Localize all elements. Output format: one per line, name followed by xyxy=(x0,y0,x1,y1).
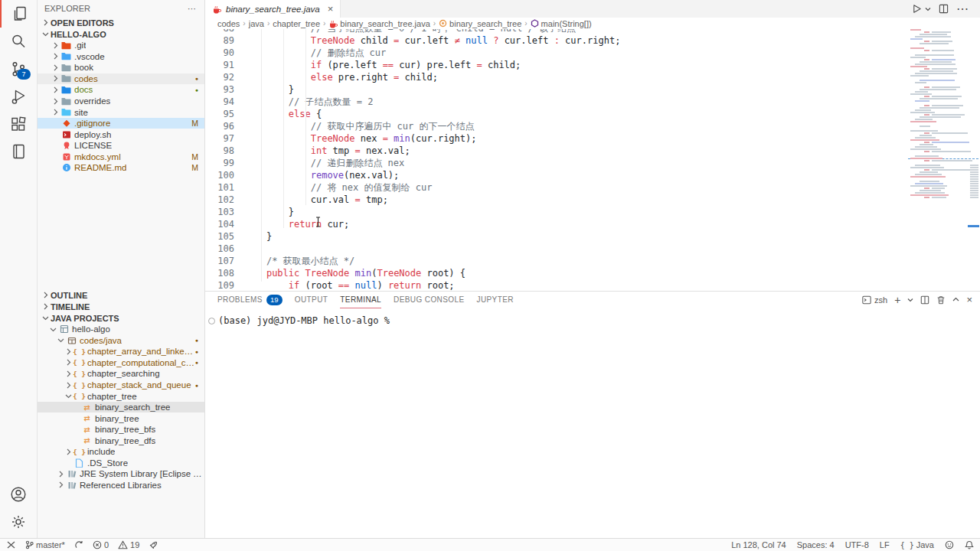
files-icon[interactable] xyxy=(0,0,38,28)
code-line-95[interactable]: 95 else { xyxy=(205,108,908,120)
tree-item-git[interactable]: .git xyxy=(37,40,204,51)
notebook-icon[interactable] xyxy=(0,138,37,165)
terminal-prompt[interactable]: (base) jyd@JYD-MBP hello-algo % xyxy=(218,315,980,326)
tree-item-book[interactable]: book xyxy=(37,62,204,73)
tree-item-chapter-tree[interactable]: { }chapter_tree xyxy=(37,390,204,402)
breadcrumb-java[interactable]: java xyxy=(249,19,264,28)
status-error[interactable]: 0 xyxy=(93,539,109,551)
breadcrumb-main-string[interactable]: main(String[]) xyxy=(531,19,592,28)
tree-item-binary-tree[interactable]: ⇄binary_tree xyxy=(37,412,204,424)
settings-icon[interactable] xyxy=(0,508,37,536)
more-actions-icon[interactable]: ⋯ xyxy=(956,2,969,16)
panel-tab-terminal[interactable]: TERMINAL xyxy=(340,292,381,308)
code-line-93[interactable]: 93 } xyxy=(205,83,908,96)
tab-binary-search-tree[interactable]: binary_search_tree.java × xyxy=(205,0,341,18)
close-panel-icon[interactable]: × xyxy=(966,294,972,305)
tree-item-deploy-sh[interactable]: deploy.sh xyxy=(37,129,204,140)
run-button[interactable] xyxy=(912,4,922,14)
tree-item-codes[interactable]: codes● xyxy=(37,73,204,85)
source-control-icon[interactable]: 7 xyxy=(0,55,37,83)
tree-item-license[interactable]: LICENSE xyxy=(37,140,204,152)
status-indentation[interactable]: Spaces: 4 xyxy=(797,539,835,551)
status-language-mode[interactable]: { }Java xyxy=(900,539,934,551)
tree-item-binary-tree-bfs[interactable]: ⇄binary_tree_bfs xyxy=(37,424,204,435)
code-line-106[interactable]: 106 xyxy=(205,243,908,255)
section-outline[interactable]: OUTLINE xyxy=(37,289,204,301)
code-editor[interactable]: 88 // 当子结点数量 = 0 / 1 时， child = null / 该… xyxy=(205,29,908,291)
account-icon[interactable] xyxy=(0,481,37,508)
section-timeline[interactable]: TIMELINE xyxy=(37,301,204,312)
close-icon[interactable]: × xyxy=(328,3,334,15)
minimap[interactable] xyxy=(908,29,966,282)
tree-item-binary-search-tree[interactable]: ⇄binary_search_tree xyxy=(37,402,204,413)
code-line-94[interactable]: 94 // 子结点数量 = 2 xyxy=(205,96,908,108)
maximize-panel-icon[interactable] xyxy=(952,296,959,303)
code-line-101[interactable]: 101 // 将 nex 的值复制给 cur xyxy=(205,181,908,194)
tree-item-codes-java[interactable]: codes/java● xyxy=(37,335,204,347)
terminal-shell-item[interactable]: zsh xyxy=(862,295,887,305)
chevron-down-icon[interactable] xyxy=(56,337,66,344)
chevron-right-icon[interactable] xyxy=(51,64,60,71)
tree-item-overrides[interactable]: overrides xyxy=(37,96,204,107)
panel-tab-output[interactable]: OUTPUT xyxy=(295,292,328,308)
panel-tab-jupyter[interactable]: JUPYTER xyxy=(477,292,514,308)
tree-item-site[interactable]: site xyxy=(37,106,204,118)
section-java-projects[interactable]: JAVA PROJECTS xyxy=(37,312,204,324)
status-notifications[interactable] xyxy=(965,539,974,551)
status-rocket[interactable] xyxy=(149,539,158,551)
tree-item-chapter-searching[interactable]: { }chapter_searching xyxy=(37,368,204,380)
status-warning[interactable]: 19 xyxy=(118,539,139,551)
tree-item-chapter-stack-and-queue[interactable]: { }chapter_stack_and_queue● xyxy=(37,380,204,391)
status-branch[interactable]: master* xyxy=(25,539,65,551)
tree-item-referenced-libraries[interactable]: Referenced Libraries xyxy=(37,480,204,491)
code-line-108[interactable]: 108 public TreeNode min(TreeNode root) { xyxy=(205,267,908,279)
code-line-88[interactable]: 88 // 当子结点数量 = 0 / 1 时， child = null / 该… xyxy=(205,29,908,34)
tree-item-jre-system-library-eclipse-temurin-17-17[interactable]: JRE System Library [Eclipse Temurin 17 [… xyxy=(37,468,204,480)
chevron-right-icon[interactable] xyxy=(51,53,60,60)
code-line-97[interactable]: 97 TreeNode nex = min(cur.right); xyxy=(205,132,908,145)
code-line-100[interactable]: 100 remove(nex.val); xyxy=(205,169,908,181)
more-actions-icon[interactable]: ⋯ xyxy=(188,4,197,14)
chevron-down-icon[interactable] xyxy=(48,326,58,333)
chevron-right-icon[interactable] xyxy=(51,86,60,93)
breadcrumb-binary-search-tree[interactable]: binary_search_tree xyxy=(439,19,521,28)
tree-item-ds-store[interactable]: .DS_Store xyxy=(37,458,204,469)
code-line-105[interactable]: 105 } xyxy=(205,230,908,243)
kill-terminal-button[interactable] xyxy=(936,295,946,305)
tree-item-readme-md[interactable]: README.mdM xyxy=(37,162,204,174)
chevron-right-icon[interactable] xyxy=(51,42,60,49)
code-line-107[interactable]: 107 /* 获取最小结点 */ xyxy=(205,255,908,267)
code-line-98[interactable]: 98 int tmp = nex.val; xyxy=(205,145,908,157)
terminal-dropdown-icon[interactable] xyxy=(907,297,913,303)
tree-item-mkdocs-yml[interactable]: mkdocs.ymlM xyxy=(37,151,204,162)
code-line-104[interactable]: 104 return cur; xyxy=(205,218,908,230)
overview-ruler[interactable] xyxy=(966,29,980,291)
section-root-folder[interactable]: HELLO-ALGO xyxy=(37,28,204,40)
tree-item-chapter-computational-complexity[interactable]: { }chapter_computational_complexity● xyxy=(37,357,204,369)
section-open-editors[interactable]: OPEN EDITORS xyxy=(37,17,204,28)
split-editor-button[interactable] xyxy=(939,4,949,14)
tree-item-include[interactable]: { }include xyxy=(37,446,204,458)
tree-item-hello-algo[interactable]: hello-algo xyxy=(37,324,204,335)
status-sync[interactable] xyxy=(74,539,83,551)
code-line-99[interactable]: 99 // 递归删除结点 nex xyxy=(205,157,908,169)
tree-item-docs[interactable]: docs● xyxy=(37,84,204,96)
code-line-109[interactable]: 109 if (root == null) return root; xyxy=(205,279,908,291)
tree-item-binary-tree-dfs[interactable]: ⇄binary_tree_dfs xyxy=(37,435,204,446)
tree-item-gitignore[interactable]: .gitignoreM xyxy=(37,118,204,129)
chevron-down-icon[interactable] xyxy=(925,6,931,12)
status-remote[interactable] xyxy=(6,539,16,551)
status-eol[interactable]: LF xyxy=(880,539,890,551)
tree-item-vscode[interactable]: .vscode xyxy=(37,51,204,63)
chevron-right-icon[interactable] xyxy=(51,98,60,105)
search-icon[interactable] xyxy=(0,28,37,55)
breadcrumb-binary-search-tree-java[interactable]: binary_search_tree.java xyxy=(328,19,430,28)
status-feedback[interactable] xyxy=(945,539,954,551)
code-line-89[interactable]: 89 TreeNode child = cur.left ≠ null ? cu… xyxy=(205,34,908,47)
status-encoding[interactable]: UTF-8 xyxy=(845,539,869,551)
panel-tab-problems[interactable]: PROBLEMS19 xyxy=(217,292,283,308)
new-terminal-button[interactable]: + xyxy=(894,296,900,304)
tree-item-chapter-array-and-linkedlist[interactable]: { }chapter_array_and_linkedlist● xyxy=(37,346,204,357)
code-line-96[interactable]: 96 // 获取中序遍历中 cur 的下一个结点 xyxy=(205,120,908,132)
code-line-91[interactable]: 91 if (pre.left == cur) pre.left = child… xyxy=(205,59,908,71)
